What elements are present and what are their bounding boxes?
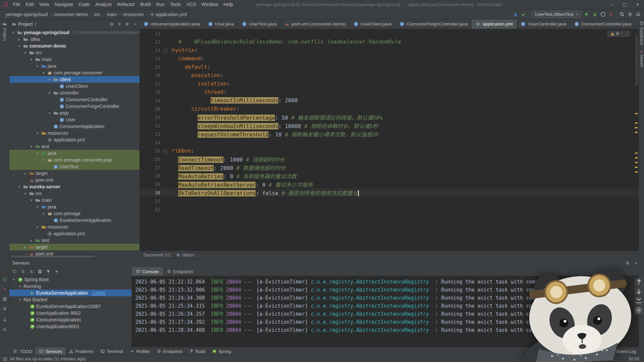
project-tree-item-com-yemage[interactable]: ▾com.yemage (9, 210, 140, 217)
settings-button[interactable] (635, 306, 643, 314)
warning-stripe-mark[interactable] (635, 157, 638, 159)
editor-line-20[interactable]: 20 circuitBreaker: (140, 105, 639, 113)
project-tree-item-idea[interactable]: ▸.idea (9, 36, 140, 43)
project-tree-item-application-yml[interactable]: application.yml (9, 136, 140, 143)
project-tree-item-yemage-springcloud[interactable]: ▾yemage-springcloudC:\Users\Administrato… (9, 29, 140, 36)
editor-tab-onsumerapplication-java[interactable]: ConsumerApplication.java (140, 19, 204, 29)
service-item-userapplication9001[interactable]: UserApplication9001 (9, 323, 131, 330)
warning-stripe-mark[interactable] (635, 122, 638, 124)
editor-line-31[interactable]: 31 (140, 197, 639, 205)
toolwindow-button-build[interactable]: Build (186, 347, 209, 355)
project-tree-item-application-yml[interactable]: application.yml (9, 230, 140, 237)
project-tree-item-consumerapplication[interactable]: CConsumerApplication (9, 123, 140, 130)
settings-button[interactable] (625, 261, 630, 265)
breadcrumb-item-application-yml[interactable]: application.yml (149, 12, 188, 17)
project-tree-item-resources[interactable]: ▾resources (9, 224, 140, 230)
star-button[interactable] (2, 327, 7, 331)
chevron-down-icon[interactable]: ▾ (11, 31, 15, 35)
chevron-right-icon[interactable]: ▸ (23, 171, 28, 176)
toolwindow-button-event-log[interactable]: Event Log (606, 347, 639, 355)
toolwindow-button-services[interactable]: Services (36, 347, 65, 355)
chevron-right-icon[interactable]: ▸ (17, 37, 21, 42)
project-tree-item-com-yemage-consumer-pojo[interactable]: ▾com.yemage.consumer.pojo (9, 157, 140, 163)
chevron-down-icon[interactable]: ▾ (29, 198, 34, 202)
plus-button[interactable] (54, 269, 59, 274)
yaml-breadcrumb[interactable]: ribbon: (176, 252, 196, 257)
editor-line-12[interactable]: 12 # NFLoadBalancerRuleClassName: com.ne… (140, 38, 639, 46)
breadcrumb-item-yemage-springcloud[interactable]: yemage-springcloud (4, 12, 49, 17)
chevron-down-icon[interactable]: ▾ (17, 44, 21, 48)
warning-stripe-mark[interactable] (635, 171, 638, 173)
project-tree-item-pojo[interactable]: ▾pojo (9, 110, 140, 116)
window-maximize-button[interactable]: ▢ (619, 0, 631, 9)
toolwindow-button-todo[interactable]: TODO (10, 347, 36, 355)
warning-stripe-mark[interactable] (635, 132, 638, 133)
project-tree-item-consumer-demo[interactable]: ▾consumer-demo (9, 43, 140, 49)
editor-tab-pom-xml-consumer-demo[interactable]: mpom.xml (consumer-demo) (280, 19, 350, 29)
editor-tab-userclient-java[interactable]: CUserClient.java (350, 19, 395, 29)
warning-stripe-mark[interactable] (635, 113, 638, 114)
editor-tab-application-yml[interactable]: application.yml (472, 19, 517, 29)
chevron-down-icon[interactable]: ▾ (41, 158, 46, 162)
debug-button[interactable] (592, 12, 597, 17)
menu-run[interactable]: Run (153, 2, 167, 7)
project-tree-item-src[interactable]: ▾src (9, 49, 140, 56)
collapse-all-button[interactable] (117, 22, 121, 26)
chevron-down-icon[interactable]: ▾ (41, 71, 46, 75)
project-tree-item-target[interactable]: ▸target (9, 170, 140, 177)
editor-tab-user-java[interactable]: CUser.java (204, 19, 238, 29)
grid-button[interactable] (2, 297, 7, 301)
project-tree-item-java[interactable]: ▾java (9, 63, 140, 69)
menu-code[interactable]: Code (76, 2, 92, 7)
project-tree-item-controller[interactable]: ▾controller (9, 89, 140, 96)
tool-stripe-maven[interactable]: mMaven (639, 49, 644, 67)
coverage-button[interactable] (600, 12, 605, 17)
service-url-link[interactable]: :10086/ (91, 291, 105, 296)
horizontal-scrollbar[interactable] (11, 256, 95, 257)
editor-line-19[interactable]: 19 timeoutInMilliseconds: 2000 (140, 96, 639, 105)
chevron-right-icon[interactable]: ▸ (23, 245, 28, 249)
fold-marker[interactable]: − (163, 149, 167, 154)
chevron-down-icon[interactable]: ▾ (47, 77, 52, 82)
chevron-down-icon[interactable]: ▾ (35, 151, 40, 156)
service-item-consumerapplication[interactable]: ConsumerApplication (9, 316, 131, 323)
project-tree-item-usertest[interactable]: CUserTest (9, 163, 140, 170)
editor-line-16[interactable]: 16 execution: (140, 71, 639, 79)
menu-view[interactable]: View (37, 2, 52, 7)
menu-edit[interactable]: Edit (23, 2, 37, 7)
project-tree-item-com-yemage-consumer[interactable]: ▾com.yemage.consumer (9, 69, 140, 76)
stop-button[interactable] (608, 12, 613, 17)
service-item-running[interactable]: ▾Running (9, 283, 131, 290)
breadcrumb-item-consumer-demo[interactable]: consumer-demo (53, 12, 89, 17)
editor-tab-usercontroller-java[interactable]: CUserController.java (517, 19, 571, 29)
editor-tab-usertest-java[interactable]: CUserTest.java (238, 19, 280, 29)
breadcrumb-item-src[interactable]: src (93, 12, 102, 17)
chevron-down-icon[interactable]: ⌄ (625, 32, 628, 36)
toolwindow-button-endpoints[interactable]: Endpoints (153, 347, 186, 355)
vcs-commit-button[interactable] (521, 12, 526, 17)
editor-line-25[interactable]: 25−ribbon: (140, 146, 639, 155)
chevron-down-icon[interactable]: ▾ (35, 64, 40, 68)
chevron-down-icon[interactable]: ▾ (35, 205, 40, 209)
window-close-button[interactable]: ✕ (631, 0, 644, 9)
project-tree-item-eureka-server[interactable]: ▾eureka-server (9, 183, 140, 190)
chevron-up-icon[interactable]: ⌃ (620, 32, 623, 36)
toolwindow-button-spring[interactable]: Spring (209, 347, 234, 355)
project-tree-item-main[interactable]: ▾main (9, 56, 140, 63)
caret-position[interactable]: 30:50 (628, 356, 639, 361)
project-tree-item-java[interactable]: ▾java (9, 203, 140, 210)
project-tree-item-src[interactable]: ▾src (9, 190, 140, 197)
editor-tab-consumerfeigncontroller-java[interactable]: CConsumerFeignController.java (395, 19, 472, 29)
menu-navigate[interactable]: Navigate (52, 2, 76, 7)
chevron-down-icon[interactable]: ▾ (29, 144, 34, 149)
scrollbar-thumb[interactable] (635, 35, 638, 85)
service-item-userapplication-9002[interactable]: UserApplication 9002 (9, 310, 131, 316)
list-button[interactable] (2, 306, 7, 311)
minimize-button[interactable] (132, 22, 137, 26)
rerun-button[interactable] (2, 277, 7, 282)
service-item-not-started[interactable]: ▾Not Started (9, 296, 131, 303)
settings-button[interactable] (627, 12, 633, 17)
search-button[interactable] (619, 12, 625, 17)
project-tree-item-userclient[interactable]: CUserClient (9, 83, 140, 89)
chevron-down-icon[interactable]: ▾ (29, 57, 34, 62)
